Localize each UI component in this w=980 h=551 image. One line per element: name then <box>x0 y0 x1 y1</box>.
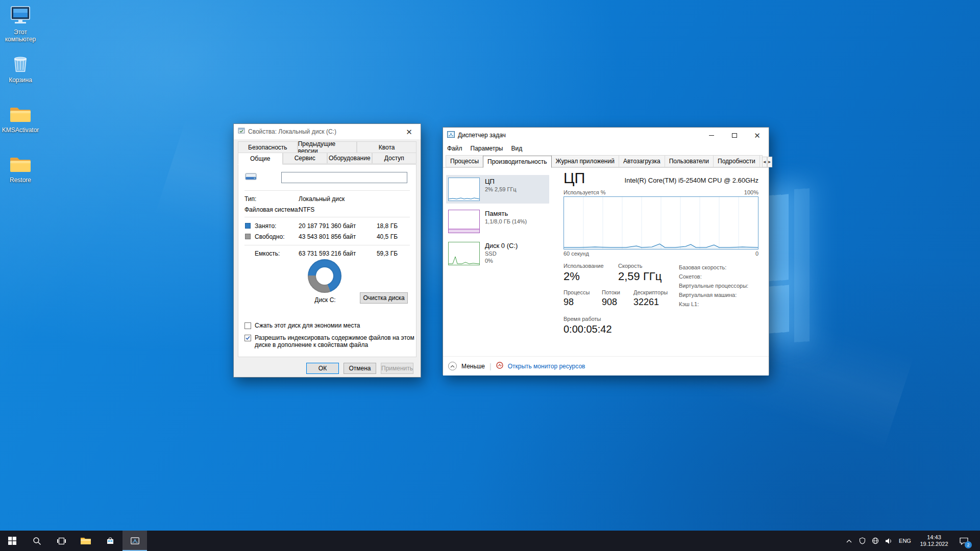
sidebar-item-cpu[interactable]: ЦП 2% 2,59 ГГц <box>446 175 549 204</box>
used-space-swatch <box>245 223 251 229</box>
filesystem-label: Файловая система: <box>244 206 300 213</box>
security-tray-button[interactable] <box>856 531 868 551</box>
file-explorer-icon <box>81 537 91 545</box>
task-manager-titlebar[interactable]: Диспетчер задач ✕ <box>443 128 769 143</box>
graph-usage-label: Используется % <box>564 189 606 195</box>
tab-scroll-left-icon[interactable]: ◄ <box>762 157 767 167</box>
resource-monitor-icon <box>496 362 503 371</box>
minimize-button[interactable] <box>700 128 723 143</box>
chevron-up-icon <box>846 539 852 543</box>
folder-icon <box>9 105 32 125</box>
virtual-processors-label: Виртуальные процессоры: <box>679 281 748 290</box>
processes-value: 98 <box>564 297 574 308</box>
index-checkbox-row[interactable]: Разрешить индексировать содержимое файло… <box>244 334 416 348</box>
tab-performance[interactable]: Производительность <box>483 156 551 168</box>
cpu-pane-title: ЦП <box>564 170 585 186</box>
disk-usage-donut-chart <box>308 259 341 293</box>
desktop-icon-label: Этот компьютер <box>0 29 43 43</box>
desktop-icon-recycle-bin[interactable]: Корзина <box>0 53 43 84</box>
fewer-details-button[interactable] <box>448 362 457 370</box>
search-button[interactable] <box>24 531 49 551</box>
sidebar-cpu-label: ЦП <box>485 178 517 186</box>
compress-checkbox-row[interactable]: Сжать этот диск для экономии места <box>244 322 360 329</box>
dialog-close-button[interactable]: ✕ <box>398 124 421 139</box>
apply-button[interactable]: Применить <box>381 363 413 374</box>
close-icon: ✕ <box>754 132 761 139</box>
free-gb: 40,5 ГБ <box>360 233 398 240</box>
sidebar-disk-percent: 0% <box>485 257 518 264</box>
divider: | <box>489 362 492 370</box>
close-button[interactable]: ✕ <box>746 128 769 143</box>
sidebar-item-disk0[interactable]: Диск 0 (C:) SSD 0% <box>446 239 549 268</box>
disk-cleanup-button[interactable]: Очистка диска <box>360 292 408 304</box>
properties-dialog-icon <box>238 127 245 136</box>
tray-expand-button[interactable] <box>843 531 855 551</box>
divider <box>244 217 410 217</box>
desktop-icon-kmsactivator[interactable]: KMSActivator <box>0 105 43 134</box>
cancel-button[interactable]: Отмена <box>344 363 376 374</box>
wallpaper-logo-pane <box>794 188 810 342</box>
tab-security[interactable]: Безопасность <box>238 141 298 153</box>
free-label: Свободно: <box>255 233 285 240</box>
processes-label: Процессы <box>564 289 590 295</box>
graph-time-label: 60 секунд <box>564 251 589 257</box>
tab-general[interactable]: Общие <box>238 153 283 165</box>
speed-label: Скорость <box>618 263 643 269</box>
volume-label-input[interactable] <box>281 172 407 183</box>
task-manager-tabs: Процессы Производительность Журнал прило… <box>443 154 769 168</box>
properties-dialog-window: Свойства: Локальный диск (C:) ✕ Безопасн… <box>233 123 421 378</box>
desktop-icon-this-pc[interactable]: Этот компьютер <box>0 6 43 43</box>
tab-hardware[interactable]: Оборудование <box>327 153 372 164</box>
tab-users[interactable]: Пользователи <box>665 155 714 167</box>
ok-button[interactable]: ОК <box>306 363 339 374</box>
task-manager-icon <box>131 537 139 545</box>
tab-processes[interactable]: Процессы <box>446 155 483 167</box>
sidebar-cpu-detail: 2% 2,59 ГГц <box>485 186 517 193</box>
time: 14:43 <box>915 534 953 541</box>
menu-options[interactable]: Параметры <box>467 143 507 154</box>
taskbar: ENG 14:43 19.12.2022 2 <box>0 531 980 551</box>
volume-tray-button[interactable] <box>883 531 895 551</box>
graph-zero-label: 0 <box>755 251 758 257</box>
task-manager-taskbar-button[interactable] <box>122 531 147 551</box>
store-app-button[interactable] <box>98 531 122 551</box>
general-tab-page: Тип: Локальный диск Файловая система: NT… <box>238 164 416 357</box>
used-label: Занято: <box>255 222 276 230</box>
tab-quota[interactable]: Квота <box>357 141 416 153</box>
compress-checkbox[interactable] <box>244 322 251 329</box>
shield-icon <box>859 537 866 544</box>
tab-scroll-right-icon[interactable]: ► <box>767 157 772 167</box>
windows-logo-icon <box>8 537 16 545</box>
tab-sharing[interactable]: Доступ <box>372 153 417 164</box>
handles-label: Дескрипторы <box>633 289 668 295</box>
tab-previous-versions[interactable]: Предыдущие версии <box>298 141 357 153</box>
type-label: Тип: <box>244 195 256 203</box>
tab-details[interactable]: Подробности <box>713 155 760 167</box>
network-tray-button[interactable] <box>869 531 881 551</box>
capacity-gb: 59,3 ГБ <box>360 250 398 257</box>
task-view-button[interactable] <box>49 531 74 551</box>
graph-max-label: 100% <box>744 189 758 195</box>
task-manager-footer: Меньше | Открыть монитор ресурсов <box>443 356 769 375</box>
maximize-button[interactable] <box>723 128 746 143</box>
index-checkbox-checked[interactable] <box>244 335 251 341</box>
menu-view[interactable]: Вид <box>507 143 526 154</box>
clock[interactable]: 14:43 19.12.2022 <box>915 534 953 547</box>
tab-startup[interactable]: Автозагрузка <box>619 155 665 167</box>
file-explorer-button[interactable] <box>74 531 98 551</box>
start-button[interactable] <box>0 531 24 551</box>
desktop-icon-label: KMSActivator <box>2 127 39 134</box>
dialog-titlebar[interactable]: Свойства: Локальный диск (C:) ✕ <box>234 124 421 139</box>
globe-icon <box>872 537 879 544</box>
fewer-details-label[interactable]: Меньше <box>461 363 485 370</box>
desktop-icon-restore[interactable]: Restore <box>0 155 43 184</box>
sidebar-item-memory[interactable]: Память 1,1/8,0 ГБ (14%) <box>446 207 549 236</box>
menu-file[interactable]: Файл <box>443 143 467 154</box>
tab-tools[interactable]: Сервис <box>283 153 328 164</box>
filesystem-value: NTFS <box>299 206 314 213</box>
open-resource-monitor-link[interactable]: Открыть монитор ресурсов <box>508 363 585 370</box>
dialog-title: Свойства: Локальный диск (C:) <box>248 128 336 135</box>
tab-app-history[interactable]: Журнал приложений <box>551 155 619 167</box>
language-indicator[interactable]: ENG <box>896 538 914 544</box>
action-center-button[interactable]: 2 <box>954 531 973 551</box>
